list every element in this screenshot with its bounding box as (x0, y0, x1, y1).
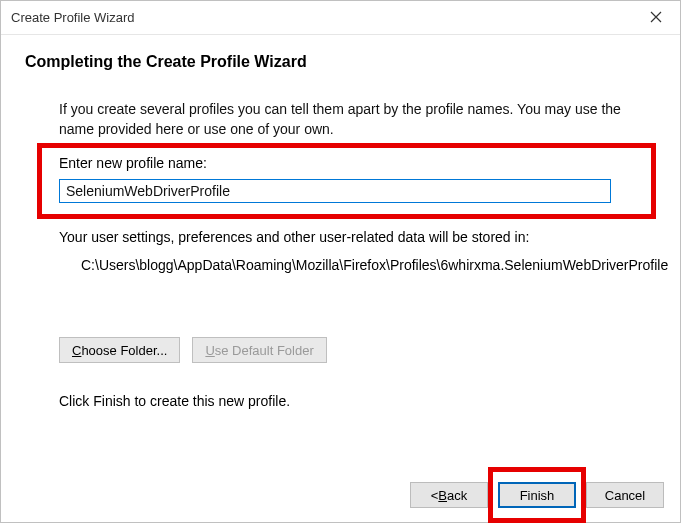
profile-name-input[interactable] (59, 179, 611, 203)
profile-name-section: Enter new profile name: (59, 153, 648, 207)
window-title: Create Profile Wizard (1, 10, 632, 25)
finish-button-wrap: Finish (498, 482, 576, 508)
folder-button-row: Choose Folder... Use Default Folder (59, 337, 648, 363)
back-accesskey: B (438, 488, 447, 503)
profile-name-label: Enter new profile name: (59, 155, 648, 171)
use-default-accesskey: U (205, 343, 214, 358)
cancel-button[interactable]: Cancel (586, 482, 664, 508)
close-icon (650, 10, 662, 26)
profile-path: C:\Users\blogg\AppData\Roaming\Mozilla\F… (81, 255, 618, 275)
finish-button[interactable]: Finish (498, 482, 576, 508)
back-rest: ack (447, 488, 467, 503)
back-button[interactable]: < Back (410, 482, 488, 508)
wizard-content: Completing the Create Profile Wizard If … (1, 35, 680, 409)
choose-folder-rest: hoose Folder... (81, 343, 167, 358)
intro-text: If you create several profiles you can t… (59, 99, 648, 139)
choose-folder-accesskey: C (72, 343, 81, 358)
storage-info-text: Your user settings, preferences and othe… (59, 229, 648, 245)
choose-folder-button[interactable]: Choose Folder... (59, 337, 180, 363)
body: If you create several profiles you can t… (59, 99, 648, 409)
wizard-footer: < Back Finish Cancel (1, 468, 680, 522)
close-button[interactable] (632, 1, 680, 35)
use-default-folder-button: Use Default Folder (192, 337, 326, 363)
wizard-window: Create Profile Wizard Completing the Cre… (0, 0, 681, 523)
use-default-rest: se Default Folder (215, 343, 314, 358)
finish-hint-text: Click Finish to create this new profile. (59, 393, 648, 409)
titlebar: Create Profile Wizard (1, 1, 680, 35)
page-heading: Completing the Create Profile Wizard (25, 53, 660, 71)
